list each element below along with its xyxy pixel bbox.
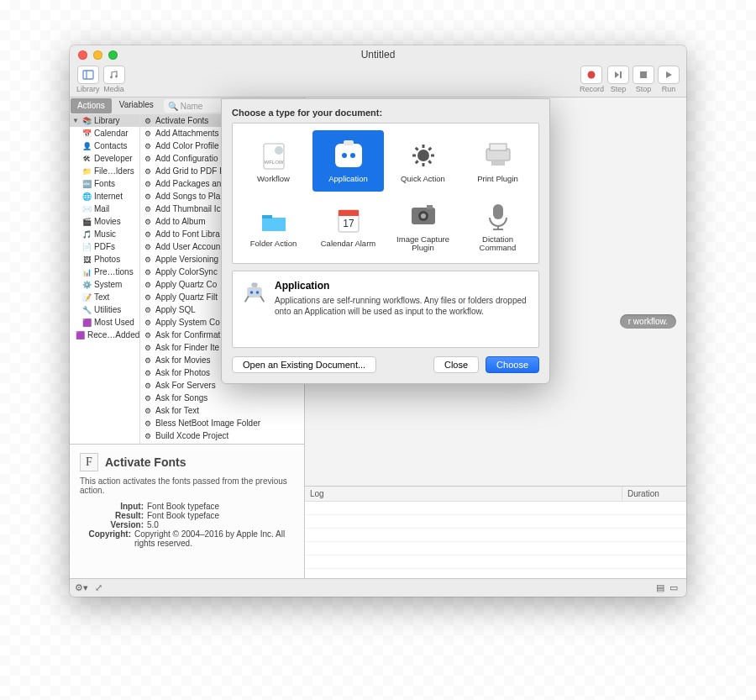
gear-icon[interactable]: ⚙︎▾ (75, 582, 88, 593)
category-item[interactable]: 🌐Internet (70, 190, 139, 203)
doc-type-quick-action[interactable]: Quick Action (387, 130, 459, 192)
results-view-icon[interactable]: ▭ (669, 582, 678, 593)
type-description-box: Application Applications are self-runnin… (232, 271, 539, 348)
action-icon: ⚙︎ (143, 166, 153, 176)
action-label: Add Grid to PDF F (155, 166, 224, 176)
run-button[interactable] (658, 66, 680, 84)
category-item[interactable]: 🎵Music (70, 228, 139, 240)
category-item[interactable]: ✉️Mail (70, 203, 139, 215)
action-icon: ⚙︎ (143, 154, 153, 164)
category-item[interactable]: 👤Contacts (70, 139, 139, 152)
action-label: Add Attachments (155, 129, 219, 138)
action-icon: ⚙︎ (143, 179, 153, 189)
window-title: Untitled (70, 49, 686, 61)
svg-rect-5 (640, 71, 647, 78)
action-icon: ⚙︎ (143, 406, 153, 416)
category-item[interactable]: 🎬Movies (70, 215, 139, 228)
doc-type-label: Dictation Command (465, 235, 530, 253)
action-icon: ⚙︎ (143, 381, 153, 391)
document-type-grid: WFLOWWorkflowApplicationQuick ActionPrin… (232, 123, 539, 264)
tab-variables[interactable]: Variables (113, 97, 160, 114)
action-icon: ⚙︎ (143, 343, 153, 353)
svg-point-31 (421, 213, 426, 218)
category-label: Internet (94, 192, 123, 201)
open-existing-button[interactable]: Open an Existing Document... (232, 356, 376, 373)
category-item[interactable]: 📄PDFs (70, 240, 139, 253)
action-icon: ⚙︎ (143, 267, 153, 277)
category-label: File…lders (94, 166, 134, 176)
category-label: Pre…tions (94, 267, 134, 276)
tab-actions[interactable]: Actions (71, 98, 112, 113)
doc-type-label: Calendar Alarm (321, 239, 375, 248)
category-item[interactable]: 🖼Photos (70, 253, 139, 266)
doc-type-folder-action[interactable]: Folder Action (238, 195, 309, 256)
action-icon: ⚙︎ (143, 393, 153, 403)
log-view-icon[interactable]: ▤ (656, 582, 664, 593)
category-icon: 📅 (81, 129, 92, 139)
category-item[interactable]: 🔧Utilities (70, 303, 139, 316)
action-label: Add User Accoun (155, 242, 220, 251)
type-detail-title: Application (275, 280, 530, 292)
doc-type-calendar-alarm[interactable]: 17Calendar Alarm (312, 195, 384, 256)
action-label: Ask for Finder Ite (155, 343, 219, 352)
action-icon: ⚙︎ (143, 116, 153, 126)
log-header-log[interactable]: Log (305, 487, 622, 501)
category-item[interactable]: 🔤Fonts (70, 177, 139, 190)
close-button[interactable]: Close (433, 356, 479, 373)
category-item[interactable]: 📊Pre…tions (70, 266, 139, 278)
category-item[interactable]: 🛠Developer (70, 152, 139, 165)
category-label: Most Used (94, 318, 134, 327)
doc-type-label: Quick Action (401, 175, 445, 183)
category-item[interactable]: ⚙️System (70, 278, 139, 291)
category-list[interactable]: ▼📚Library📅Calendar👤Contacts🛠Developer📁Fi… (70, 114, 140, 444)
action-item[interactable]: ⚙︎Bless NetBoot Image Folder (140, 417, 304, 429)
category-icon: 📁 (81, 166, 92, 176)
doc-type-application[interactable]: Application (312, 130, 384, 192)
action-icon: ⚙︎ (143, 229, 153, 239)
action-item[interactable]: ⚙︎Build Xcode Project (140, 429, 304, 442)
category-item[interactable]: 📁File…lders (70, 165, 139, 177)
category-icon: 📝 (81, 292, 92, 303)
action-label: Add Color Profile (155, 141, 219, 150)
svg-point-11 (350, 153, 355, 158)
category-item[interactable]: ▼📚Library (70, 114, 139, 127)
workflow-hint: r workflow. (620, 314, 676, 329)
category-item[interactable]: 📅Calendar (70, 127, 139, 139)
expand-icon[interactable]: ⤢ (95, 582, 102, 593)
svg-text:17: 17 (343, 218, 354, 229)
svg-line-15 (428, 148, 431, 150)
titlebar: Untitled (70, 45, 686, 64)
media-button[interactable] (103, 66, 125, 84)
doc-type-image-capture-plugin[interactable]: Image Capture Plugin (387, 195, 459, 256)
doc-type-workflow[interactable]: WFLOWWorkflow (238, 130, 309, 192)
category-item[interactable]: 📝Text (70, 291, 139, 303)
category-label: System (94, 280, 122, 289)
library-button[interactable] (77, 66, 99, 84)
action-item[interactable]: ⚙︎Ask for Songs (140, 392, 304, 404)
category-item[interactable]: 🟪Rece…Added (70, 329, 139, 341)
svg-rect-12 (344, 140, 354, 145)
doc-type-label: Print Plugin (477, 175, 518, 183)
log-header-duration[interactable]: Duration (622, 487, 686, 501)
step-button[interactable] (607, 66, 629, 84)
svg-text:WFLOW: WFLOW (264, 160, 283, 165)
doc-type-print-plugin[interactable]: Print Plugin (462, 130, 533, 192)
action-label: Add to Album (155, 217, 205, 226)
doc-type-dictation-command[interactable]: Dictation Command (462, 195, 533, 256)
choose-button[interactable]: Choose (486, 356, 539, 373)
svg-rect-39 (252, 283, 258, 287)
category-item[interactable]: 🟪Most Used (70, 316, 139, 329)
action-label: Ask for Text (155, 406, 199, 415)
action-label: Add Configuratio (155, 154, 218, 163)
doc-type-icon: 17 (332, 203, 365, 237)
category-label: PDFs (94, 242, 115, 251)
action-icon: ⚙︎ (143, 318, 153, 328)
category-label: Fonts (94, 179, 115, 188)
stop-button[interactable] (633, 66, 654, 84)
svg-rect-24 (491, 161, 505, 166)
doc-type-label: Folder Action (250, 239, 297, 248)
record-button[interactable] (580, 66, 602, 84)
action-item[interactable]: ⚙︎Ask for Text (140, 404, 304, 417)
svg-rect-36 (247, 287, 262, 297)
category-label: Movies (94, 217, 121, 226)
